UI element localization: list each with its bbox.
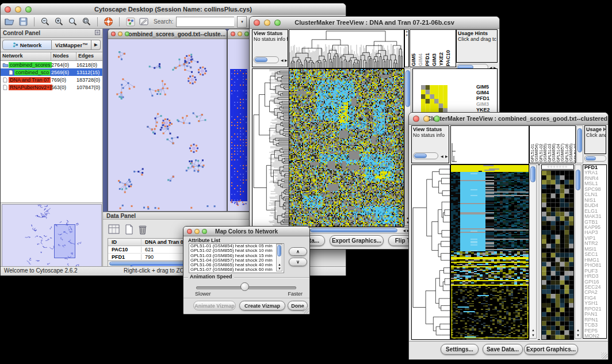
close-icon[interactable] <box>187 229 192 234</box>
treeview2-vscrollbar[interactable]: ▲ ▼ <box>529 164 537 339</box>
network-row[interactable]: RNAPuberNov2+|563(0)107847(0) <box>1 83 102 91</box>
search-dropdown-icon[interactable]: ▼ <box>237 16 247 28</box>
gene-list-scrollbar[interactable]: ▲ ▼ <box>575 164 582 339</box>
zoom-fit-icon[interactable] <box>81 16 92 27</box>
dialog-titlebar[interactable]: Map Colors to Network <box>183 227 309 236</box>
col-network[interactable]: Network <box>1 52 51 60</box>
create-attribute-icon[interactable] <box>123 224 135 235</box>
close-icon[interactable] <box>111 32 116 36</box>
zoom-window-icon[interactable] <box>25 6 32 13</box>
float-panel-icon[interactable] <box>95 30 100 36</box>
scrollbar-thumb[interactable] <box>406 70 410 107</box>
attribute-item[interactable]: GPL51-07 (GSM868) heat shock 60 min <box>189 267 284 272</box>
attribute-listbox[interactable]: GPL51-01 (GSM854) heat shock 05 minGPL51… <box>189 243 284 273</box>
network-view-titlebar[interactable]: combined_scores_good.txt--cluste... <box>108 29 227 39</box>
tab-overflow-arrow[interactable]: ▶ <box>91 40 101 50</box>
save-session-icon[interactable] <box>18 16 29 27</box>
resize-grip[interactable] <box>303 307 309 313</box>
treeview2-gene-list[interactable]: PFD1YRA1RNR4MSL1SPC98CLN1NIS1BUD4ELG1MAK… <box>583 164 607 339</box>
import-network-icon[interactable] <box>125 16 136 27</box>
minimize-icon[interactable] <box>194 229 200 234</box>
move-up-button[interactable]: ∧ <box>289 247 307 256</box>
col-nodes[interactable]: Nodes <box>51 52 76 60</box>
zoom-selected-icon[interactable] <box>67 16 78 27</box>
zoom-out-icon[interactable] <box>40 16 51 27</box>
network-overview-thumbnail[interactable] <box>2 204 102 269</box>
zoom-window-icon[interactable] <box>202 229 207 234</box>
minimize-icon[interactable] <box>15 6 21 13</box>
scroll-up-icon[interactable]: ▲ <box>576 328 580 332</box>
network-view-window[interactable]: combined_scores_good.txt--cluste... <box>108 29 227 212</box>
treeview2-top-vscrollbar[interactable] <box>576 125 583 163</box>
scrollbar-thumb[interactable] <box>576 170 580 190</box>
zoom-window-icon[interactable] <box>244 32 249 36</box>
gene-label[interactable]: GIM5 <box>476 84 492 90</box>
close-icon[interactable] <box>5 6 11 13</box>
scroll-down-icon[interactable]: ▼ <box>531 334 535 337</box>
search-input[interactable] <box>176 17 234 27</box>
export-graphics-button[interactable]: Export Graphics... <box>524 344 578 355</box>
delete-attribute-icon[interactable] <box>136 224 149 235</box>
treeview2-column-dendrogram[interactable] <box>450 125 529 164</box>
save-data-button[interactable]: Save Data... <box>483 344 523 355</box>
scrollbar-thumb[interactable] <box>255 58 267 62</box>
close-icon[interactable] <box>413 116 419 122</box>
usage-hints-scrollbar[interactable] <box>584 155 606 162</box>
scroll-right-icon[interactable]: ▶ <box>445 155 448 158</box>
treeview2-heatmap[interactable] <box>450 164 529 340</box>
gene-label[interactable]: MON2 <box>583 334 606 339</box>
scroll-down-icon[interactable]: ▼ <box>576 334 580 337</box>
minimize-icon[interactable] <box>238 32 242 36</box>
minimize-icon[interactable] <box>423 116 430 122</box>
move-down-button[interactable]: ∨ <box>289 258 307 266</box>
network-canvas[interactable] <box>108 39 225 210</box>
treeview1-titlebar[interactable]: ClusterMaker TreeView : DNA and Tran 07-… <box>250 17 499 29</box>
view-status-scrollbar[interactable] <box>413 152 438 159</box>
gene-label[interactable]: GIM4 <box>476 90 492 95</box>
zoom-window-icon[interactable] <box>125 32 129 36</box>
scroll-left-icon[interactable]: ◀ <box>441 155 443 158</box>
zoom-window-icon[interactable] <box>274 20 281 26</box>
zoom-in-icon[interactable] <box>53 16 64 27</box>
treeview1-column-dendrogram[interactable] <box>289 29 404 68</box>
gene-label[interactable]: GIM3 <box>476 101 492 107</box>
minimize-icon[interactable] <box>118 32 123 36</box>
tab-vizmapper[interactable]: VizMapper™ <box>52 40 91 50</box>
help-lifering-icon[interactable] <box>103 16 114 27</box>
resize-grip[interactable] <box>601 352 607 359</box>
scroll-left-icon[interactable]: ◀ <box>403 229 406 232</box>
settings-button[interactable]: Settings... <box>441 344 479 355</box>
network-row[interactable]: combined_scores2764(0)16218(0) <box>1 61 102 68</box>
export-graphics-button[interactable]: Export Graphics... <box>330 235 384 246</box>
col-edges[interactable]: Edges <box>76 52 102 60</box>
close-icon[interactable] <box>231 32 235 36</box>
network-row[interactable]: DNA and Tran 07769(0)183728(0) <box>1 76 102 83</box>
treeview1-row-dendrogram[interactable] <box>252 68 289 227</box>
treeview2-titlebar[interactable]: ClusterMaker TreeView : combined_scores_… <box>409 113 608 125</box>
annotation-icon[interactable] <box>139 16 150 27</box>
network-row[interactable]: combined_sco2569(6)13112(15) <box>1 68 102 76</box>
scroll-up-icon[interactable]: ▲ <box>531 328 535 332</box>
close-icon[interactable] <box>254 20 260 26</box>
attribute-list-scrollbar[interactable]: ▲ ▼ <box>276 244 282 271</box>
scroll-right-icon[interactable]: ▶ <box>285 59 288 62</box>
slider-thumb[interactable] <box>240 282 249 291</box>
zoom-window-icon[interactable] <box>434 116 440 122</box>
create-vizmap-button[interactable]: Create Vizmap <box>239 301 285 311</box>
minimize-icon[interactable] <box>264 20 270 26</box>
treeview1-mini-heatmap[interactable] <box>421 85 447 113</box>
scroll-left-icon[interactable]: ◀ <box>281 59 284 62</box>
scroll-down-icon[interactable]: ▼ <box>278 267 281 270</box>
scroll-up-icon[interactable]: ▲ <box>278 263 281 266</box>
main-title-bar[interactable]: Cytoscape Desktop (Session Name: collins… <box>1 3 346 16</box>
treeview2-detail-heatmap[interactable] <box>541 170 574 340</box>
tab-network[interactable]: Network <box>2 40 52 50</box>
scrollbar-thumb[interactable] <box>577 128 582 152</box>
view-status-scrollbar[interactable] <box>254 56 279 63</box>
scrollbar-thumb[interactable] <box>530 166 536 182</box>
id-column-header[interactable]: ID <box>108 239 141 245</box>
select-attributes-icon[interactable] <box>108 224 120 235</box>
gene-label[interactable]: PFD1 <box>476 95 492 101</box>
open-file-icon[interactable] <box>4 16 15 27</box>
treeview1-heatmap[interactable] <box>289 68 404 227</box>
